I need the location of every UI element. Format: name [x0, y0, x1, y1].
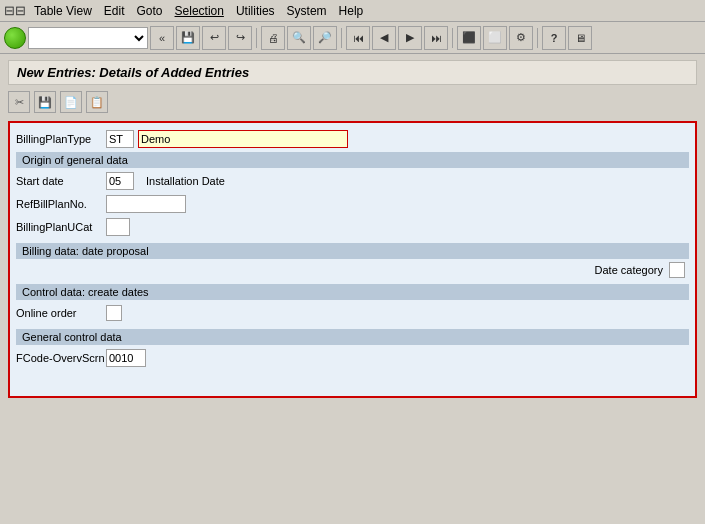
start-date-label: Start date: [16, 175, 106, 187]
toolbar: « 💾 ↩ ↪ 🖨 🔍 🔎 ⏮ ◀ ▶ ⏭ ⬛ ⬜ ⚙ ? 🖥: [0, 22, 705, 54]
menu-selection[interactable]: Selection: [175, 4, 224, 18]
back-button[interactable]: ↩: [202, 26, 226, 50]
page-title-bar: New Entries: Details of Added Entries: [8, 60, 697, 85]
find-button[interactable]: 🔍: [287, 26, 311, 50]
date-category-checkbox[interactable]: [669, 262, 685, 278]
fcode-overv-scrn-row: FCode-OvervScrn: [16, 348, 689, 368]
menu-items: Table View Edit Goto Selection Utilities…: [34, 4, 363, 18]
fcode-overv-scrn-label: FCode-OvervScrn: [16, 352, 106, 364]
find-next-button[interactable]: 🔎: [313, 26, 337, 50]
online-order-row: Online order: [16, 303, 689, 323]
billing-plan-ucat-label: BillingPlanUCat: [16, 221, 106, 233]
subtoolbar-btn2[interactable]: 💾: [34, 91, 56, 113]
menu-system[interactable]: System: [287, 4, 327, 18]
content-area: New Entries: Details of Added Entries ✂ …: [0, 54, 705, 404]
online-order-label: Online order: [16, 307, 106, 319]
ref-bill-plan-row: RefBillPlanNo.: [16, 194, 689, 214]
menu-bar: ⊟ Table View Edit Goto Selection Utiliti…: [0, 0, 705, 22]
billing-plan-type-value-input[interactable]: [138, 130, 348, 148]
billing-plan-ucat-row: BillingPlanUCat: [16, 217, 689, 237]
bottom-spacer: [16, 374, 689, 390]
separator4: [537, 28, 538, 48]
billing-plan-type-label: BillingPlanType: [16, 133, 106, 145]
billing-plan-type-row: BillingPlanType: [16, 129, 689, 149]
prev-button[interactable]: ◀: [372, 26, 396, 50]
page-title: New Entries: Details of Added Entries: [17, 65, 688, 80]
sub-toolbar: ✂ 💾 📄 📋: [8, 89, 697, 115]
menu-goto[interactable]: Goto: [137, 4, 163, 18]
separator3: [452, 28, 453, 48]
toolbar-dropdown[interactable]: [28, 27, 148, 49]
forward-button[interactable]: ↪: [228, 26, 252, 50]
next-button[interactable]: ▶: [398, 26, 422, 50]
start-date-input[interactable]: [106, 172, 134, 190]
expand-button[interactable]: ⬛: [457, 26, 481, 50]
menu-edit[interactable]: Edit: [104, 4, 125, 18]
ref-bill-plan-input[interactable]: [106, 195, 186, 213]
settings-button[interactable]: ⚙: [509, 26, 533, 50]
subtoolbar-btn1[interactable]: ✂: [8, 91, 30, 113]
section3-header: Control data: create dates: [16, 284, 689, 300]
save-button[interactable]: 💾: [176, 26, 200, 50]
last-button[interactable]: ⏭: [424, 26, 448, 50]
online-order-checkbox[interactable]: [106, 305, 122, 321]
billing-plan-ucat-input[interactable]: [106, 218, 130, 236]
date-category-row: Date category: [16, 262, 689, 278]
table-icon: ⊟: [4, 3, 26, 18]
collapse-button[interactable]: ⬜: [483, 26, 507, 50]
menu-tableview[interactable]: Table View: [34, 4, 92, 18]
section1-header: Origin of general data: [16, 152, 689, 168]
subtoolbar-btn3[interactable]: 📄: [60, 91, 82, 113]
status-indicator: [4, 27, 26, 49]
form-container: BillingPlanType Origin of general data S…: [8, 121, 697, 398]
date-category-label: Date category: [595, 264, 663, 276]
help-button[interactable]: ?: [542, 26, 566, 50]
section2-header: Billing data: date proposal: [16, 243, 689, 259]
installation-date-label: Installation Date: [146, 175, 225, 187]
start-date-row: Start date Installation Date: [16, 171, 689, 191]
menu-utilities[interactable]: Utilities: [236, 4, 275, 18]
fcode-overv-scrn-input[interactable]: [106, 349, 146, 367]
first-button[interactable]: ⏮: [346, 26, 370, 50]
nav-left-button[interactable]: «: [150, 26, 174, 50]
billing-plan-type-code-input[interactable]: [106, 130, 134, 148]
separator1: [256, 28, 257, 48]
menu-help[interactable]: Help: [339, 4, 364, 18]
separator2: [341, 28, 342, 48]
subtoolbar-btn4[interactable]: 📋: [86, 91, 108, 113]
print-button[interactable]: 🖨: [261, 26, 285, 50]
ref-bill-plan-label: RefBillPlanNo.: [16, 198, 106, 210]
section4-header: General control data: [16, 329, 689, 345]
monitor-button[interactable]: 🖥: [568, 26, 592, 50]
